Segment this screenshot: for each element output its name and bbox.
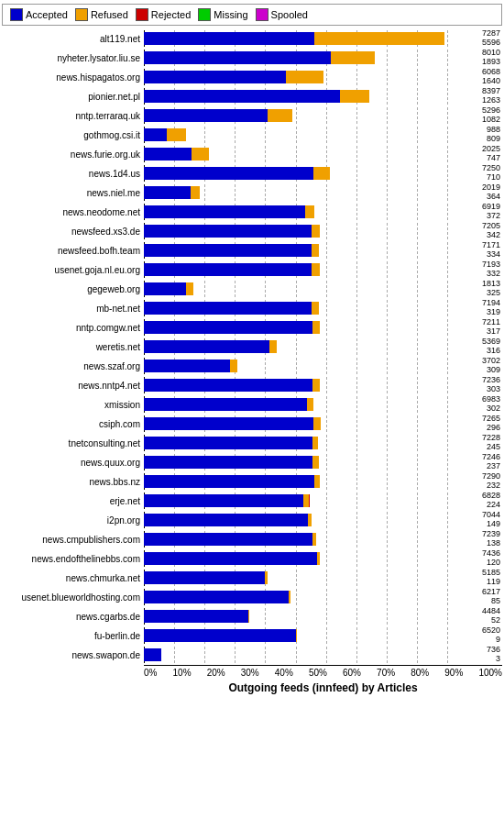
row-label: alt119.net [2, 34, 144, 44]
bar-value-label: 7044149 [482, 511, 500, 529]
bar-seg-refused [312, 263, 319, 276]
table-row: usenet.blueworldhosting.com621785 [2, 588, 502, 606]
bar-value-label: 7246237 [482, 453, 500, 471]
x-axis-tick: 30% [241, 668, 259, 678]
bar-seg-accepted [144, 71, 286, 83]
row-label: xmission [2, 400, 144, 410]
table-row: news.endofthelinebbs.com7436120 [2, 549, 502, 568]
row-label: newsfeed.bofh.team [2, 246, 144, 256]
row-label: news.szaf.org [2, 361, 144, 371]
bar-wrapper: 7436120 [144, 550, 447, 567]
bar-seg-refused [312, 321, 320, 334]
row-label: gothmog.csi.it [2, 130, 144, 140]
bar-seg-refused [186, 282, 193, 295]
table-row: nntp.terraraq.uk52961082 [2, 106, 502, 125]
bar-value-label: 2025747 [482, 145, 500, 163]
bar-wrapper: 7363 [144, 647, 447, 663]
bar-value-label: 7250710 [482, 164, 500, 183]
x-axis-tick: 0% [144, 668, 157, 678]
row-label: news.cmpublishers.com [2, 535, 144, 545]
bar-seg-accepted [144, 514, 308, 526]
x-axis-tick: 20% [207, 668, 225, 678]
chart-container: AcceptedRefusedRejectedMissingSpooled al… [0, 0, 504, 722]
bar-wrapper: 6828224 [144, 492, 447, 509]
bars-inner [144, 360, 447, 372]
bar-wrapper: 7193332 [144, 261, 447, 278]
bar-value-label: 7265296 [482, 415, 500, 433]
row-label: nntp.comgw.net [2, 323, 144, 333]
table-row: gothmog.csi.it988809 [2, 126, 502, 144]
bar-value-label: 6983302 [482, 395, 500, 414]
table-row: nntp.comgw.net7211317 [2, 318, 502, 337]
bars-inner [144, 167, 447, 180]
bars-inner [144, 340, 447, 353]
bar-value-label: 7228245 [482, 434, 500, 452]
x-axis-tick: 80% [411, 668, 429, 678]
row-label: news.bbs.nz [2, 477, 144, 487]
bar-value-label: 6828224 [482, 492, 500, 510]
row-label: news.nntp4.net [2, 381, 144, 391]
bar-seg-refused [308, 514, 312, 526]
bar-seg-refused [340, 90, 369, 103]
table-row: news.quux.org7246237 [2, 453, 502, 471]
legend-label-missing: Missing [214, 9, 247, 20]
row-label: gegeweb.org [2, 284, 144, 294]
table-row: nyheter.lysator.liu.se80101893 [2, 49, 502, 67]
bar-seg-refused [312, 244, 320, 257]
table-row: newsfeed.xs3.de7205342 [2, 222, 502, 240]
bar-seg-accepted [144, 398, 307, 411]
bars-inner [144, 282, 447, 295]
bar-wrapper: 448452 [144, 608, 447, 625]
table-row: erje.net6828224 [2, 492, 502, 510]
bar-value-label: 5369316 [482, 338, 500, 356]
bar-seg-refused [191, 186, 199, 199]
bars-inner [144, 533, 447, 546]
row-label: news.endofthelinebbs.com [2, 554, 144, 564]
bars-inner [144, 417, 447, 430]
bar-wrapper: 7239138 [144, 531, 447, 548]
bar-value-label: 7290232 [482, 472, 500, 491]
bar-seg-refused [314, 32, 444, 45]
legend-color-spooled [256, 8, 268, 21]
bar-seg-accepted [144, 167, 313, 180]
legend: AcceptedRefusedRejectedMissingSpooled [2, 4, 502, 26]
bar-seg-refused [167, 128, 186, 141]
table-row: mb-net.net7194319 [2, 299, 502, 317]
x-axis-tick: 60% [343, 668, 361, 678]
table-row: alt119.net72875596 [2, 29, 502, 48]
table-row: news.furie.org.uk2025747 [2, 145, 502, 163]
bar-wrapper: 7194319 [144, 300, 447, 316]
bar-seg-refused [268, 109, 293, 122]
bar-wrapper: 5369316 [144, 338, 447, 355]
bar-value-label: 448452 [482, 607, 500, 625]
bars-inner [144, 398, 447, 411]
bars-inner [144, 71, 447, 83]
bar-seg-refused [248, 610, 249, 623]
bar-value-label: 3702309 [482, 357, 500, 375]
bar-seg-refused [317, 552, 320, 565]
bar-seg-refused [312, 379, 320, 392]
bar-seg-refused [265, 571, 268, 584]
bar-value-label: 6919372 [482, 203, 500, 221]
bar-seg-refused [313, 417, 321, 430]
bar-seg-accepted [144, 32, 314, 45]
row-label: i2pn.org [2, 515, 144, 526]
bar-seg-refused [312, 456, 318, 469]
bar-value-label: 7194319 [482, 299, 500, 317]
bar-wrapper: 6919372 [144, 204, 447, 220]
row-label: news.quux.org [2, 458, 144, 468]
bar-wrapper: 72875596 [144, 30, 447, 47]
bar-value-label: 5185119 [482, 569, 500, 587]
bar-seg-refused [289, 591, 290, 603]
table-row: csiph.com7265296 [2, 415, 502, 433]
bar-value-label: 7239138 [482, 530, 500, 548]
row-label: nntp.terraraq.uk [2, 111, 144, 121]
x-axis-tick: 90% [444, 668, 463, 678]
legend-label-spooled: Spooled [271, 9, 308, 20]
bar-seg-accepted [144, 205, 305, 218]
bar-seg-accepted [144, 629, 296, 642]
table-row: news.chmurka.net5185119 [2, 569, 502, 587]
bar-seg-accepted [144, 51, 331, 64]
bar-value-label: 621785 [482, 588, 500, 606]
legend-item-accepted: Accepted [10, 8, 68, 21]
